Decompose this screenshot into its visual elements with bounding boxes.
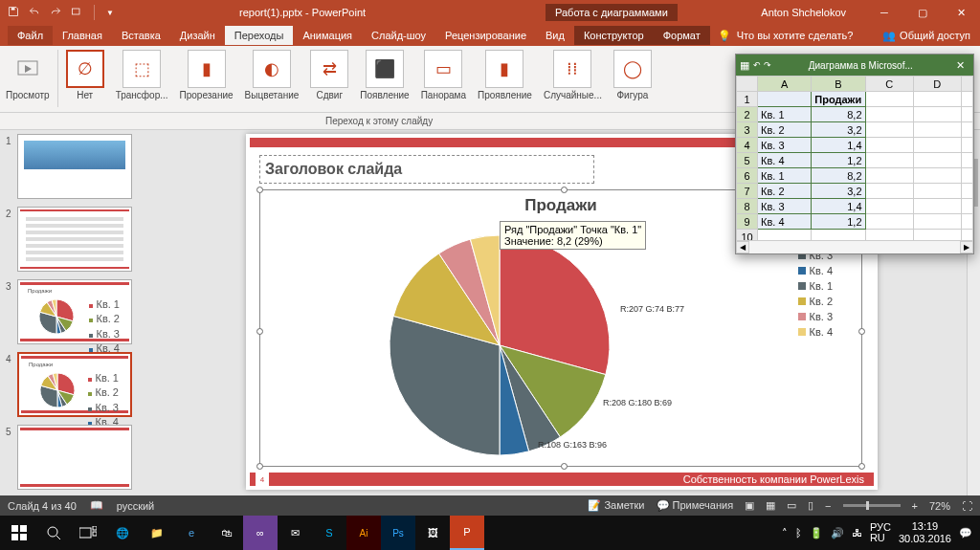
excel-icon: ▦ — [740, 59, 749, 72]
start-from-beginning-icon[interactable] — [71, 6, 82, 19]
tab-file[interactable]: Файл — [8, 26, 53, 45]
zoom-slider[interactable] — [843, 504, 901, 507]
excel-grid[interactable]: ABCD1Продажи2Кв. 18,23Кв. 23,24Кв. 31,45… — [736, 76, 973, 240]
tab-view[interactable]: Вид — [536, 26, 574, 45]
search-icon[interactable] — [36, 516, 71, 550]
datapoint-tooltip: Ряд "Продажи" Точка "Кв. 1" Значение: 8,… — [500, 221, 646, 250]
tray-bluetooth-icon[interactable]: ᛒ — [795, 527, 802, 539]
legend-item[interactable]: Кв. 4 — [798, 326, 833, 338]
tray-network-icon[interactable]: 🖧 — [852, 527, 862, 539]
tell-me-label: Что вы хотите сделать? — [737, 30, 854, 41]
ribbon-tabs: Файл Главная Вставка Дизайн Переходы Ани… — [0, 25, 980, 46]
redo-icon[interactable] — [50, 6, 61, 19]
thumbnail-pane[interactable]: 123Продажи Кв. 1 Кв. 2 Кв. 3 Кв. 4 Кв. 1… — [0, 130, 144, 495]
taskbar-app-powerpoint[interactable]: P — [450, 516, 484, 550]
transition-панорама[interactable]: ▭Панорама — [415, 50, 472, 100]
transition-трансфор...[interactable]: ⬚Трансфор... — [110, 50, 174, 100]
comments-button[interactable]: 💬 Примечания — [657, 499, 734, 512]
zoom-out-button[interactable]: − — [825, 500, 831, 512]
pie-chart[interactable] — [385, 231, 614, 460]
thumbnail-slide-1[interactable]: 1 — [6, 134, 134, 199]
view-sorter-icon[interactable]: ▦ — [766, 499, 775, 512]
legend-item[interactable]: Кв. 2 — [798, 296, 833, 307]
thumbnail-slide-3[interactable]: 3Продажи Кв. 1 Кв. 2 Кв. 3 Кв. 4 Кв. 1 К… — [6, 279, 134, 344]
zoom-in-button[interactable]: + — [912, 500, 918, 512]
windows-taskbar: 🌐 📁 e 🛍 ∞ ✉ S Ai Ps 🖼 P ˄ ᛒ 🔋 🔊 🖧 РУС RU… — [0, 516, 980, 550]
taskbar-app-outlook[interactable]: ✉ — [278, 516, 312, 550]
tray-volume-icon[interactable]: 🔊 — [831, 527, 844, 539]
account-user[interactable]: Anton Shchelokov — [761, 7, 846, 18]
tray-expand-icon[interactable]: ˄ — [782, 527, 788, 539]
view-slideshow-icon[interactable]: ▯ — [808, 499, 813, 512]
legend-item[interactable]: Кв. 3 — [798, 311, 833, 322]
transition-фигура[interactable]: ◯Фигура — [608, 50, 657, 100]
transition-нет[interactable]: ∅Нет — [60, 50, 110, 100]
tab-home[interactable]: Главная — [53, 26, 112, 45]
zoom-level[interactable]: 72% — [929, 500, 950, 512]
page-number: 4 — [256, 473, 269, 486]
svg-point-8 — [48, 527, 57, 537]
legend-item[interactable]: Кв. 1 — [798, 280, 833, 292]
svg-rect-6 — [11, 534, 18, 540]
tray-battery-icon[interactable]: 🔋 — [810, 527, 823, 539]
slide-counter[interactable]: Слайд 4 из 40 — [8, 500, 77, 512]
taskbar-app-illustrator[interactable]: Ai — [346, 516, 381, 550]
excel-hscrollbar[interactable]: ◀▶ — [736, 240, 973, 253]
tray-notifications-icon[interactable]: 💬 — [959, 527, 972, 539]
start-button[interactable] — [2, 516, 36, 550]
minimize-button[interactable]: ─ — [865, 0, 903, 25]
taskbar-app-skype[interactable]: S — [312, 516, 346, 550]
footer-text: Собственность компании PowerLexis — [683, 473, 864, 485]
tab-design[interactable]: Дизайн — [170, 26, 225, 45]
spellcheck-icon[interactable]: 📖 — [90, 499, 103, 512]
language-indicator[interactable]: русский — [117, 500, 154, 512]
slide-title[interactable]: Заголовок слайда — [265, 161, 402, 178]
transition-появление[interactable]: ⬛Появление — [354, 50, 414, 100]
view-reading-icon[interactable]: ▭ — [787, 499, 796, 512]
share-button[interactable]: 👥 Общий доступ — [882, 30, 970, 42]
thumbnail-slide-4[interactable]: 4Продажи Кв. 1 Кв. 2 Кв. 3 Кв. 4 Кв. 1 К… — [6, 352, 134, 417]
context-tab-title: Работа с диаграммами — [546, 4, 678, 21]
taskbar-app-explorer[interactable]: 📁 — [140, 516, 174, 550]
tab-insert[interactable]: Вставка — [112, 26, 170, 45]
chart-data-window[interactable]: ▦ ↶ ↷ Диаграмма в Microsof... ✕ ABCD1Про… — [735, 54, 974, 254]
taskbar-app-edge[interactable]: e — [174, 516, 209, 550]
qat-dropdown-icon[interactable]: ▼ — [106, 9, 114, 17]
tab-review[interactable]: Рецензирование — [435, 26, 536, 45]
tab-chart-design[interactable]: Конструктор — [574, 26, 654, 45]
status-bar: Слайд 4 из 40 📖 русский 📝 Заметки 💬 Прим… — [0, 495, 980, 516]
tab-animation[interactable]: Анимация — [293, 26, 362, 45]
tab-chart-format[interactable]: Формат — [654, 26, 710, 45]
excel-close-button[interactable]: ✕ — [950, 59, 969, 72]
slide-canvas[interactable]: Заголовок слайда Продажи Ряд "Продажи" Т… — [144, 130, 980, 495]
close-button[interactable]: ✕ — [942, 0, 980, 25]
save-icon[interactable] — [8, 6, 19, 19]
excel-titlebar[interactable]: ▦ ↶ ↷ Диаграмма в Microsof... ✕ — [736, 55, 973, 76]
transition-сдвиг[interactable]: ⇄Сдвиг — [304, 50, 354, 100]
taskbar-app-photoshop[interactable]: Ps — [381, 516, 415, 550]
notes-button[interactable]: 📝 Заметки — [588, 499, 644, 512]
transition-выцветание[interactable]: ◐Выцветание — [239, 50, 305, 100]
legend-item[interactable]: Кв. 4 — [798, 265, 833, 276]
thumbnail-slide-2[interactable]: 2 — [6, 207, 134, 272]
transition-случайные...[interactable]: ⁞⁞Случайные... — [538, 50, 608, 100]
thumbnail-slide-5[interactable]: 5 — [6, 425, 134, 490]
taskbar-app-chrome[interactable]: 🌐 — [105, 516, 140, 550]
tell-me[interactable]: 💡 Что вы хотите сделать? — [718, 30, 854, 42]
tray-clock[interactable]: 13:19 30.03.2016 — [899, 520, 951, 545]
transition-прорезание[interactable]: ▮Прорезание — [174, 50, 239, 100]
title-bar: ▼ report(1).pptx - PowerPoint Работа с д… — [0, 0, 980, 25]
tab-transitions[interactable]: Переходы — [225, 26, 294, 45]
maximize-button[interactable]: ▢ — [903, 0, 942, 25]
preview-group[interactable]: Просмотр — [0, 50, 56, 112]
transition-проявление[interactable]: ▮Проявление — [472, 50, 538, 100]
view-normal-icon[interactable]: ▣ — [745, 499, 754, 512]
taskview-icon[interactable] — [71, 516, 105, 550]
taskbar-app-photos[interactable]: 🖼 — [415, 516, 450, 550]
tray-language[interactable]: РУС RU — [870, 522, 891, 543]
taskbar-app-visualstudio[interactable]: ∞ — [243, 516, 278, 550]
fit-to-window-icon[interactable]: ⛶ — [962, 500, 972, 512]
tab-slideshow[interactable]: Слайд-шоу — [362, 26, 435, 45]
undo-icon[interactable] — [29, 6, 40, 19]
taskbar-app-store[interactable]: 🛍 — [209, 516, 243, 550]
